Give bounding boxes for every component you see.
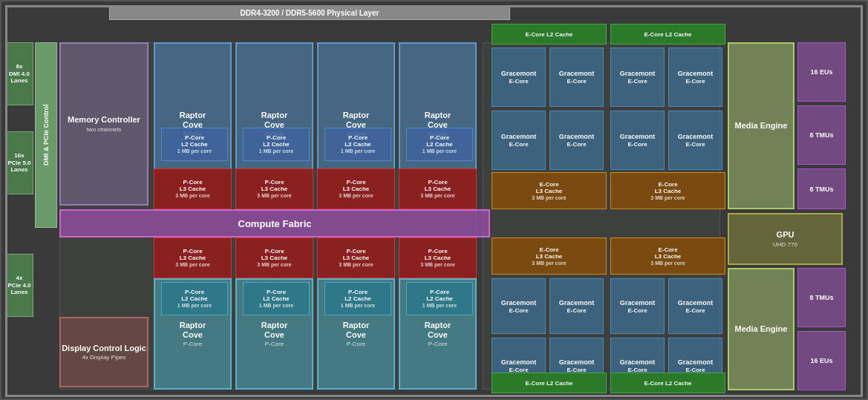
raptor-b3-sub: P-Core [347,341,365,347]
grace-t4-label: GracemontE-Core [678,70,714,85]
pcie5-label: 16xPCIe 5.0Lanes [7,152,30,174]
raptor-b2-sub: P-Core [265,341,284,347]
raptor-b4-title: RaptorCove [425,321,451,340]
pcore-l2-t3: P-CoreL2 Cache1 MB per core [324,128,391,161]
memory-controller: Memory Controller two channels [59,42,149,206]
grace-b2-4-label: GracemontE-Core [678,358,714,373]
gpu-title: GPU [777,230,794,240]
pcore-l3-t1: P-CoreL3 Cache3 MB per core [154,168,232,209]
pcie4-bot-block: 4xPCIe 4.0Lanes [5,254,33,317]
eu-bot-label: 16 EUs [810,357,832,364]
dmi-pcie-label: DMI & PCIe Control [42,105,50,166]
ecore-l2-bot-2: E-Core L2 Cache [610,373,725,393]
pcore-l2-b4-label: P-CoreL2 Cache1 MB per core [422,289,457,309]
pcore-l2-t4-label: P-CoreL2 Cache1 MB per core [422,134,457,154]
pcore-l3-t2: P-CoreL3 Cache3 MB per core [235,168,313,209]
gracemont-t2-3: GracemontE-Core [610,111,665,170]
media-engine-bot-label: Media Engine [735,324,788,334]
pcore-l2-b2: P-CoreL2 Cache1 MB per core [243,282,310,315]
gracemont-t3: GracemontE-Core [610,47,665,107]
gracemont-t4: GracemontE-Core [668,47,722,107]
ecore-l3-t1-label: E-CoreL3 Cache3 MB per core [532,181,566,201]
grace-t2-4-label: GracemontE-Core [678,133,714,148]
pcore-l3-b3-label: P-CoreL3 Cache3 MB per core [339,248,373,268]
pcore-l3-b2-label: P-CoreL3 Cache3 MB per core [257,248,291,268]
grace-t2-label: GracemontE-Core [559,70,595,85]
pcore-l2-b4: P-CoreL2 Cache1 MB per core [406,282,473,315]
raptor-b1-title: RaptorCove [180,321,206,340]
pcie5-block: 16xPCIe 5.0Lanes [5,131,33,194]
pcore-l3-t2-label: P-CoreL3 Cache3 MB per core [257,179,291,199]
pcore-l2-b3-label: P-CoreL2 Cache1 MB per core [341,289,375,309]
ecore-l3-t2-label: E-CoreL3 Cache3 MB per core [650,181,685,201]
tmu-top2-label: 8 TMUs [809,186,833,193]
pcore-l3-t4: P-CoreL3 Cache3 MB per core [399,168,477,209]
grace-t2-3-label: GracemontE-Core [620,133,656,148]
grace-t2-1-label: GracemontE-Core [501,133,537,148]
tmu-top2: 8 TMUs [797,168,846,209]
grace-b2-2-label: GracemontE-Core [559,358,595,373]
gracemont-b1: GracemontE-Core [492,278,546,334]
pcore-l3-b1: P-CoreL3 Cache3 MB per core [154,237,232,278]
compute-fabric: Compute Fabric [59,209,490,237]
pcie4-top-block: 8xDMI 4.0Lanes [5,42,33,105]
pcore-l3-t1-label: P-CoreL3 Cache3 MB per core [175,179,209,199]
dmi-pcie-block: DMI & PCIe Control [35,42,57,228]
pcore-l2-t1-label: P-CoreL2 Cache1 MB per core [177,134,212,154]
gracemont-b3: GracemontE-Core [610,278,665,334]
pcore-l2-t3-label: P-CoreL2 Cache1 MB per core [341,134,375,154]
pcore-l3-b1-label: P-CoreL3 Cache3 MB per core [175,248,209,268]
pcore-l3-t3-label: P-CoreL3 Cache3 MB per core [339,179,373,199]
tmu-bot: 8 TMUs [797,268,846,327]
tmu-bot-label: 8 TMUs [809,294,833,301]
ecore-l2-top-1: E-Core L2 Cache [492,24,607,45]
pcore-l3-t3: P-CoreL3 Cache3 MB per core [317,168,395,209]
display-control-logic: Display Control Logic 4x Display Pipes [59,317,149,387]
ecore-l3-b1: E-CoreL3 Cache3 MB per core [492,237,607,275]
ecore-l2-bot-2-label: E-Core L2 Cache [644,380,691,387]
display-ctrl-sub: 4x Display Pipes [82,354,125,361]
pcore-l2-b3: P-CoreL2 Cache1 MB per core [324,282,391,315]
pcore-l3-b3: P-CoreL3 Cache3 MB per core [317,237,395,278]
pcie4-bot-label: 4xPCIe 4.0Lanes [7,275,30,296]
pcie4-top-label: 8xDMI 4.0Lanes [9,63,30,85]
ecore-l2-bot-1-label: E-Core L2 Cache [525,380,572,387]
ecore-l3-b2: E-CoreL3 Cache3 MB per core [610,237,725,275]
raptor-b3-title: RaptorCove [343,321,369,340]
ddr-label: DDR4-3200 / DDR5-5600 Physical Layer [241,9,379,17]
pcore-l2-t2: P-CoreL2 Cache1 MB per core [243,128,310,161]
grace-b4-label: GracemontE-Core [678,299,714,314]
gracemont-b2: GracemontE-Core [549,278,604,334]
gracemont-t2-2: GracemontE-Core [549,111,604,170]
grace-t3-label: GracemontE-Core [620,70,656,85]
raptor-b2-title: RaptorCove [261,321,287,340]
grace-b3-label: GracemontE-Core [620,299,656,314]
pcore-l2-t2-label: P-CoreL2 Cache1 MB per core [259,134,293,154]
pcore-l2-b1: P-CoreL2 Cache1 MB per core [161,282,228,315]
gpu-block: GPU UHD 770 [728,213,843,265]
ddr-physical-layer: DDR4-3200 / DDR5-5600 Physical Layer [109,5,510,20]
raptor-b1-sub: P-Core [183,341,202,347]
ecore-l3-b2-label: E-CoreL3 Cache3 MB per core [650,246,685,266]
pcore-l3-b4-label: P-CoreL3 Cache3 MB per core [420,248,454,268]
media-engine-top: Media Engine [728,42,794,209]
eu-top: 16 EUs [797,42,846,102]
pcore-l2-b2-label: P-CoreL2 Cache1 MB per core [259,289,293,309]
media-engine-top-label: Media Engine [735,121,788,131]
ecore-l2-top-1-label: E-Core L2 Cache [525,31,572,38]
eu-top-label: 16 EUs [810,68,832,76]
gracemont-b4: GracemontE-Core [668,278,722,334]
ecore-l3-t2: E-CoreL3 Cache3 MB per core [610,172,725,209]
ecore-l3-b1-label: E-CoreL3 Cache3 MB per core [532,246,566,266]
pcore-l2-t4: P-CoreL2 Cache1 MB per core [406,128,473,161]
tmu-top-label: 8 TMUs [809,131,833,139]
gracemont-t2-4: GracemontE-Core [668,111,722,170]
tmu-top: 8 TMUs [797,105,846,165]
pcore-l3-b4: P-CoreL3 Cache3 MB per core [399,237,477,278]
display-ctrl-title: Display Control Logic [62,344,146,353]
pcore-l2-b1-label: P-CoreL2 Cache1 MB per core [177,289,212,309]
pcore-l3-b2: P-CoreL3 Cache3 MB per core [235,237,313,278]
ecore-l3-t1: E-CoreL3 Cache3 MB per core [492,172,607,209]
ecore-l2-top-2-label: E-Core L2 Cache [644,31,691,38]
gracemont-t1: GracemontE-Core [492,47,546,107]
